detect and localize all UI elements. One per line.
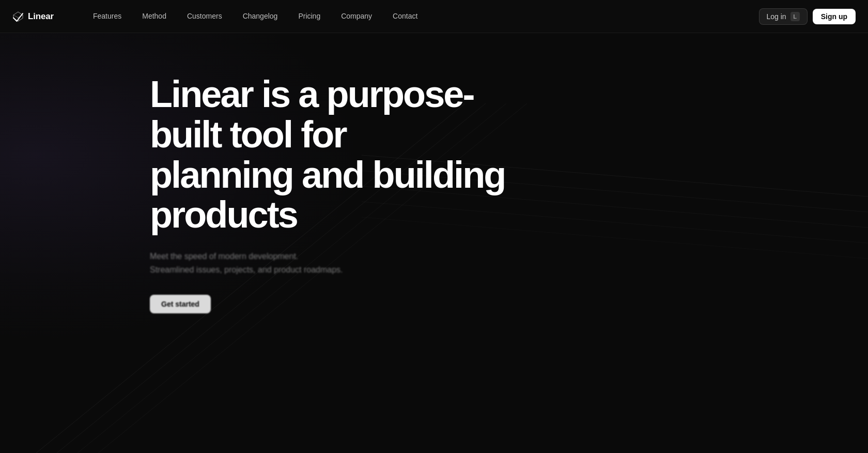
logo-text: Linear bbox=[28, 11, 54, 22]
nav-link-method[interactable]: Method bbox=[132, 8, 177, 24]
signup-button[interactable]: Sign up bbox=[813, 9, 856, 24]
hero-cta-button[interactable]: Get started bbox=[150, 295, 211, 313]
login-button[interactable]: Log in L bbox=[759, 8, 808, 25]
hero-subtitle-line1: Meet the speed of modern development. bbox=[150, 252, 298, 261]
nav-link-company[interactable]: Company bbox=[331, 8, 382, 24]
login-label: Log in bbox=[767, 12, 786, 21]
hero-subtitle: Meet the speed of modern development. St… bbox=[150, 250, 517, 276]
hero-title-line1: Linear is a purpose-built tool for bbox=[150, 73, 474, 155]
nav-link-customers[interactable]: Customers bbox=[177, 8, 233, 24]
nav-link-contact[interactable]: Contact bbox=[382, 8, 428, 24]
logo-link[interactable]: Linear bbox=[12, 11, 54, 22]
nav-links: Features Method Customers Changelog Pric… bbox=[70, 0, 440, 33]
linear-logo-icon bbox=[12, 11, 24, 22]
navbar: Linear Features Method Customers Changel… bbox=[0, 0, 868, 33]
login-shortcut: L bbox=[791, 12, 800, 21]
nav-right: Log in L Sign up bbox=[759, 8, 856, 25]
hero-title: Linear is a purpose-built tool for plann… bbox=[150, 74, 517, 235]
nav-left: Linear Features Method Customers Changel… bbox=[12, 0, 440, 33]
hero-subtitle-line2: Streamlined issues, projects, and produc… bbox=[150, 265, 343, 274]
hero-section: Linear is a purpose-built tool for plann… bbox=[0, 33, 517, 313]
nav-link-pricing[interactable]: Pricing bbox=[288, 8, 331, 24]
nav-link-changelog[interactable]: Changelog bbox=[233, 8, 288, 24]
nav-link-features[interactable]: Features bbox=[83, 8, 132, 24]
hero-title-line2: planning and building products bbox=[150, 154, 505, 236]
